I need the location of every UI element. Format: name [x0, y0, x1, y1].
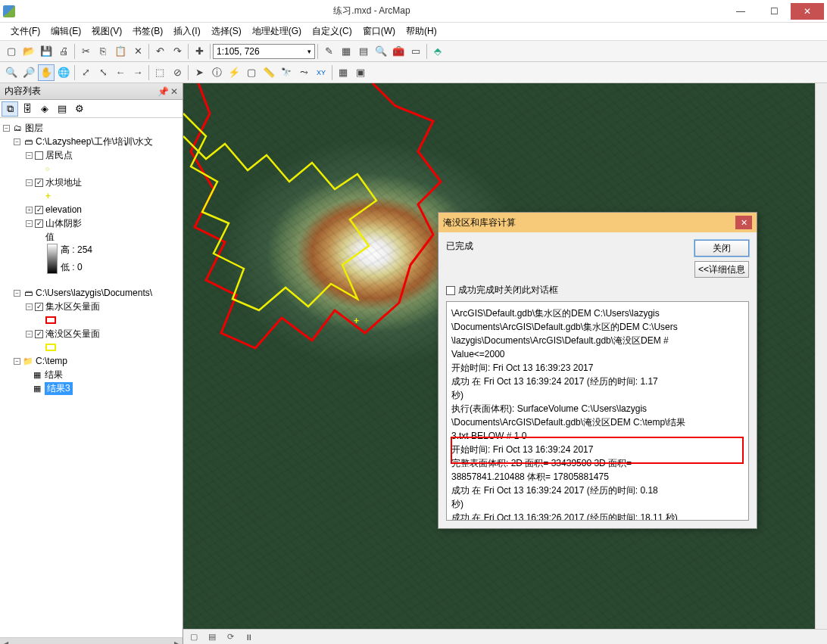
dialog-close-btn[interactable]: 关闭: [694, 240, 749, 257]
dialog-titlebar[interactable]: 淹没区和库容计算 ✕: [438, 213, 757, 232]
menu-help[interactable]: 帮助(H): [401, 23, 442, 39]
menu-windows[interactable]: 窗口(W): [358, 23, 400, 39]
visibility-checkbox[interactable]: [35, 206, 43, 214]
dialog-close-button[interactable]: ✕: [735, 216, 752, 229]
catalog-icon[interactable]: ▤: [355, 43, 372, 60]
goto-xy-icon[interactable]: XY: [313, 64, 329, 81]
cut-icon[interactable]: ✂: [77, 43, 94, 60]
model-builder-icon[interactable]: ⬘: [429, 43, 446, 60]
clear-selection-icon[interactable]: ⊘: [169, 64, 186, 81]
scroll-thumb[interactable]: [12, 638, 170, 644]
toc-tree[interactable]: −🗂图层 −🗃C:\Lazysheep\工作\培训\水文 −居民点 ○ −水坝地…: [0, 118, 183, 637]
list-by-source-icon[interactable]: 🗄: [19, 101, 36, 117]
open-icon[interactable]: 📂: [20, 43, 37, 60]
identify-icon[interactable]: ⓘ: [208, 64, 225, 81]
checkbox-icon[interactable]: [446, 286, 455, 295]
menu-view[interactable]: 视图(V): [87, 23, 126, 39]
list-by-selection-icon[interactable]: ▤: [54, 101, 70, 117]
collapse-icon[interactable]: −: [14, 290, 20, 297]
add-data-icon[interactable]: ✚: [191, 43, 208, 60]
collapse-icon[interactable]: −: [3, 125, 10, 132]
list-by-drawing-order-icon[interactable]: ⧉: [2, 101, 18, 117]
source-path[interactable]: C:\Lazysheep\工作\培训\水文: [36, 135, 153, 148]
scroll-right-icon[interactable]: ▶: [170, 638, 183, 644]
time-slider-icon[interactable]: ▦: [335, 64, 351, 81]
menu-edit[interactable]: 编辑(E): [46, 23, 86, 39]
collapse-icon[interactable]: −: [26, 152, 33, 159]
scale-combo[interactable]: 1:105, 726: [213, 44, 315, 59]
dialog-log[interactable]: \ArcGIS\Default.gdb\集水区的DEM C:\Users\laz…: [446, 301, 749, 521]
menu-file[interactable]: 文件(F): [6, 23, 45, 39]
collapse-icon[interactable]: −: [26, 179, 33, 186]
layer-dam[interactable]: 水坝地址: [45, 176, 82, 189]
zoom-out-icon[interactable]: 🔎: [20, 64, 37, 81]
menu-customize[interactable]: 自定义(C): [307, 23, 357, 39]
menu-bookmarks[interactable]: 书签(B): [128, 23, 167, 39]
undo-icon[interactable]: ↶: [151, 43, 168, 60]
menu-selection[interactable]: 选择(S): [207, 23, 246, 39]
visibility-checkbox[interactable]: [35, 219, 43, 228]
html-popup-icon[interactable]: ▢: [243, 64, 260, 81]
redo-icon[interactable]: ↷: [169, 43, 186, 60]
table-result3[interactable]: 结果3: [45, 382, 73, 395]
refresh-icon[interactable]: ⟳: [224, 631, 236, 643]
visibility-checkbox[interactable]: [35, 151, 43, 160]
viewer-window-icon[interactable]: ▣: [352, 64, 369, 81]
delete-icon[interactable]: ✕: [130, 43, 146, 60]
collapse-icon[interactable]: −: [14, 358, 20, 365]
paste-icon[interactable]: 📋: [112, 43, 129, 60]
measure-icon[interactable]: 📏: [261, 64, 277, 81]
forward-icon[interactable]: →: [130, 64, 146, 81]
maximize-button[interactable]: ☐: [757, 3, 791, 20]
python-icon[interactable]: ▭: [407, 43, 424, 60]
select-elements-icon[interactable]: ➤: [191, 64, 208, 81]
layer-catchment[interactable]: 集水区矢量面: [45, 300, 100, 313]
menu-geoprocessing[interactable]: 地理处理(G): [248, 23, 306, 39]
back-icon[interactable]: ←: [112, 64, 129, 81]
hyperlink-icon[interactable]: ⚡: [226, 64, 242, 81]
toc-icon[interactable]: ▦: [338, 43, 354, 60]
dataframe-label[interactable]: 图层: [25, 122, 43, 135]
close-button[interactable]: ✕: [791, 3, 824, 20]
pause-icon[interactable]: ⏸: [242, 631, 254, 643]
visibility-checkbox[interactable]: [35, 303, 43, 311]
toc-hscroll[interactable]: ◀ ▶: [0, 637, 183, 644]
dialog-details-btn[interactable]: <<详细信息: [694, 261, 749, 278]
source-path[interactable]: C:\Users\lazygis\Documents\: [36, 288, 152, 298]
close-on-success-checkbox[interactable]: 成功完成时关闭此对话框: [446, 284, 749, 297]
collapse-icon[interactable]: −: [14, 138, 20, 145]
expand-icon[interactable]: +: [26, 207, 33, 213]
options-icon[interactable]: ⚙: [71, 101, 88, 117]
minimize-button[interactable]: —: [724, 3, 757, 20]
list-by-visibility-icon[interactable]: ◈: [36, 101, 53, 117]
layer-settlement[interactable]: 居民点: [45, 149, 73, 162]
collapse-icon[interactable]: −: [26, 303, 33, 310]
find-icon[interactable]: 🔭: [278, 64, 295, 81]
scroll-left-icon[interactable]: ◀: [0, 638, 12, 644]
copy-icon[interactable]: ⎘: [95, 43, 111, 60]
pin-icon[interactable]: 📌: [158, 86, 169, 97]
menu-insert[interactable]: 插入(I): [169, 23, 204, 39]
pan-icon[interactable]: ✋: [38, 64, 55, 81]
collapse-icon[interactable]: −: [26, 331, 33, 338]
find-route-icon[interactable]: ⤳: [295, 64, 312, 81]
search-window-icon[interactable]: 🔍: [373, 43, 389, 60]
fixed-zoom-in-icon[interactable]: ⤢: [77, 64, 94, 81]
layer-hillshade[interactable]: 山体阴影: [45, 217, 82, 230]
editor-toolbar-icon[interactable]: ✎: [320, 43, 337, 60]
data-view-icon[interactable]: ▢: [188, 631, 200, 643]
map-vscroll[interactable]: [815, 83, 827, 644]
print-icon[interactable]: 🖨: [55, 43, 72, 60]
select-features-icon[interactable]: ⬚: [151, 64, 168, 81]
toolbox-icon[interactable]: 🧰: [390, 43, 407, 60]
new-icon[interactable]: ▢: [3, 43, 20, 60]
save-icon[interactable]: 💾: [38, 43, 55, 60]
zoom-in-icon[interactable]: 🔍: [3, 64, 20, 81]
layout-view-icon[interactable]: ▤: [206, 631, 218, 643]
visibility-checkbox[interactable]: [35, 179, 43, 187]
collapse-icon[interactable]: −: [26, 220, 33, 227]
fixed-zoom-out-icon[interactable]: ⤡: [95, 64, 111, 81]
table-result[interactable]: 结果: [45, 369, 63, 381]
visibility-checkbox[interactable]: [35, 330, 43, 338]
folder-temp[interactable]: C:\temp: [36, 356, 67, 366]
